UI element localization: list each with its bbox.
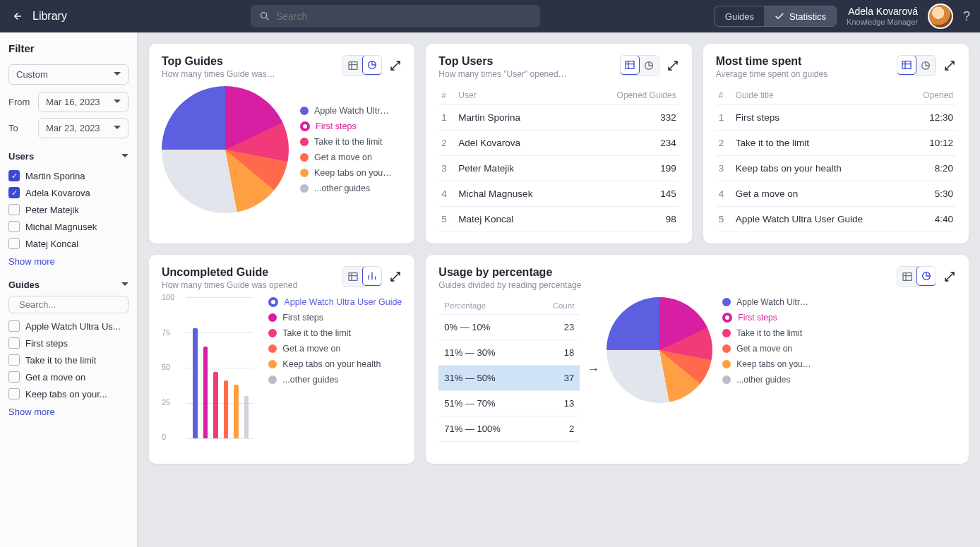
user-checkbox[interactable]: Peter Matejik <box>8 201 129 218</box>
table-row[interactable]: 4Michal Magnusek145 <box>438 181 679 207</box>
guide-checkbox[interactable]: Get a move on <box>8 368 129 385</box>
pie-view-button[interactable] <box>639 56 659 76</box>
bar[interactable] <box>224 380 229 438</box>
legend-item[interactable]: ...other guides <box>300 184 392 193</box>
user-checkbox[interactable]: Michal Magnusek <box>8 218 129 235</box>
user-block[interactable]: Adela Kovarová Knowledge Manager <box>847 6 918 27</box>
tab-guides[interactable]: Guides <box>715 6 764 26</box>
expand-icon[interactable] <box>667 59 679 72</box>
table-view-button[interactable] <box>343 267 363 287</box>
legend-item[interactable]: Take it to the limit <box>722 328 811 338</box>
table-row[interactable]: 5Apple Watch Ultra User Guide4:40 <box>716 207 956 232</box>
checkbox-label: Take it to the limit <box>25 355 96 366</box>
users-show-more[interactable]: Show more <box>8 256 129 267</box>
card-title: Top Guides <box>162 55 275 68</box>
guide-checkbox[interactable]: Apple Watch Ultra Us... <box>8 318 129 335</box>
search-box[interactable] <box>251 5 540 28</box>
checkbox-icon <box>8 170 20 181</box>
checkbox-icon <box>8 320 20 332</box>
from-date-select[interactable]: Mar 16, 2023 <box>38 92 129 112</box>
y-tick-label: 75 <box>162 328 170 337</box>
legend-item[interactable]: Get a move on <box>268 344 402 354</box>
uncompleted-bar-chart: 1007550250 <box>162 297 253 452</box>
from-label: From <box>8 97 32 107</box>
table-row[interactable]: 4Get a move on5:30 <box>716 181 956 207</box>
date-range-label: Custom <box>16 69 48 80</box>
avatar[interactable] <box>928 4 953 29</box>
date-range-select[interactable]: Custom <box>8 64 129 85</box>
card-uncompleted: Uncompleted Guide How many times Guide w… <box>149 255 414 464</box>
user-checkbox[interactable]: Matej Koncal <box>8 235 129 252</box>
legend-item[interactable]: Apple Watch Ultr… <box>722 297 811 307</box>
table-row[interactable]: 31% — 50%37 <box>438 366 580 391</box>
legend-item[interactable]: Apple Watch Ultra User Guide <box>268 297 402 307</box>
bar[interactable] <box>203 347 208 438</box>
expand-icon[interactable] <box>389 270 402 283</box>
legend-item[interactable]: First steps <box>268 313 402 323</box>
bar[interactable] <box>234 385 239 438</box>
bar-view-button[interactable] <box>362 266 382 286</box>
legend-item[interactable]: Take it to the limit <box>268 328 402 338</box>
user-checkbox[interactable]: Martin Sporina <box>8 167 129 184</box>
guide-checkbox[interactable]: Keep tabs on your... <box>8 385 129 402</box>
legend-item[interactable]: First steps <box>300 121 392 131</box>
guides-search-input[interactable] <box>19 299 138 310</box>
user-checkbox[interactable]: Adela Kovarova <box>8 184 129 201</box>
help-icon[interactable]: ? <box>963 9 970 24</box>
bar[interactable] <box>193 328 198 438</box>
card-time-spent: Most time spent Average time spent on gu… <box>703 44 969 244</box>
pie-view-button[interactable] <box>362 55 382 75</box>
table-view-button[interactable] <box>620 55 640 75</box>
to-date-select[interactable]: Mar 23, 2023 <box>38 118 129 138</box>
legend-item[interactable]: ...other guides <box>268 375 402 385</box>
legend-item[interactable]: First steps <box>722 313 811 323</box>
guide-checkbox[interactable]: First steps <box>8 335 129 351</box>
legend-item[interactable]: Take it to the limit <box>300 137 392 147</box>
table-row[interactable]: 3Keep tabs on your health8:20 <box>716 156 956 181</box>
table-view-button[interactable] <box>897 55 916 75</box>
legend-label: Take it to the limit <box>282 328 351 338</box>
col-idx: # <box>716 86 733 105</box>
guides-section-toggle[interactable]: Guides <box>8 279 129 290</box>
table-row[interactable]: 0% — 10%23 <box>438 315 580 340</box>
table-row[interactable]: 5Matej Koncal98 <box>438 207 679 232</box>
pie-view-button[interactable] <box>916 56 936 76</box>
table-view-button[interactable] <box>897 267 917 287</box>
guides-show-more[interactable]: Show more <box>8 407 129 417</box>
expand-icon[interactable] <box>389 59 402 72</box>
legend-item[interactable]: ...other guides <box>722 375 811 385</box>
to-label: To <box>8 123 32 133</box>
table-row[interactable]: 2Take it to the limit10:12 <box>716 131 956 156</box>
legend-dot-icon <box>722 375 731 384</box>
table-row[interactable]: 1Martin Sporina332 <box>438 105 679 131</box>
table-row[interactable]: 51% — 70%13 <box>438 391 580 416</box>
table-row[interactable]: 2Adel Kovarova234 <box>438 131 679 156</box>
legend-item[interactable]: Apple Watch Ultr… <box>300 106 392 116</box>
table-row[interactable]: 1First steps12:30 <box>716 105 956 131</box>
pie-view-button[interactable] <box>916 266 936 286</box>
table-row[interactable]: 11% — 30%18 <box>438 340 580 366</box>
back-button[interactable] <box>10 10 23 23</box>
search-input[interactable] <box>276 11 532 22</box>
guide-checkbox[interactable]: Take it to the limit <box>8 351 129 368</box>
table-row[interactable]: 3Peter Matejik199 <box>438 156 679 181</box>
legend-item[interactable]: Get a move on <box>300 152 392 162</box>
bar[interactable] <box>244 396 249 438</box>
guides-search-box[interactable] <box>8 296 129 313</box>
legend-item[interactable]: Get a move on <box>722 344 811 354</box>
legend-item[interactable]: Keep tabs on you… <box>722 359 811 369</box>
y-tick-label: 50 <box>162 363 170 371</box>
legend-item[interactable]: Keep tabs on your health <box>268 359 402 369</box>
expand-icon[interactable] <box>943 270 956 283</box>
bar[interactable] <box>213 372 218 438</box>
expand-icon[interactable] <box>943 59 956 72</box>
table-row[interactable]: 71% — 100%2 <box>438 416 580 442</box>
table-view-button[interactable] <box>343 56 363 76</box>
tab-statistics[interactable]: Statistics <box>764 6 836 26</box>
col-opened: Opened <box>909 86 956 105</box>
dashboard-content: Top Guides How many times Guide was… App… <box>138 32 980 547</box>
legend-item[interactable]: Keep tabs on you… <box>300 168 392 178</box>
time-spent-table: # Guide title Opened 1First steps12:302T… <box>716 86 956 232</box>
legend-label: First steps <box>316 121 357 131</box>
users-section-toggle[interactable]: Users <box>8 151 129 162</box>
